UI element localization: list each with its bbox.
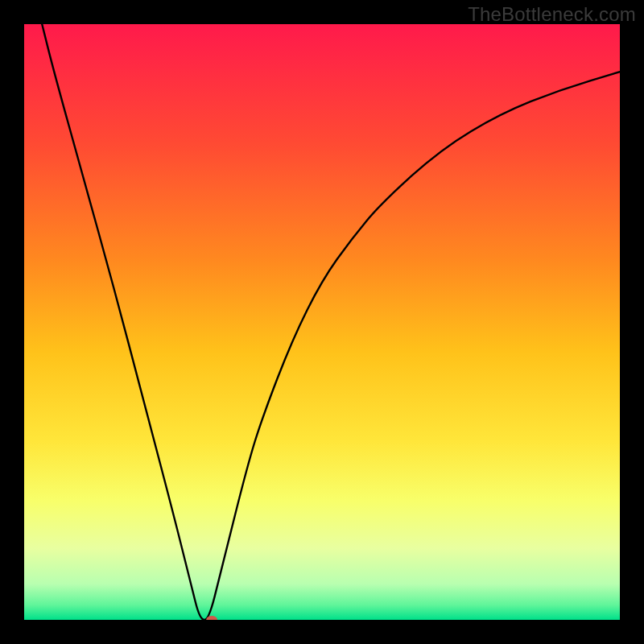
chart-svg: [24, 24, 620, 620]
chart-frame: TheBottleneck.com: [0, 0, 644, 644]
plot-area: [24, 24, 620, 620]
watermark-text: TheBottleneck.com: [468, 3, 636, 26]
gradient-background: [24, 24, 620, 620]
